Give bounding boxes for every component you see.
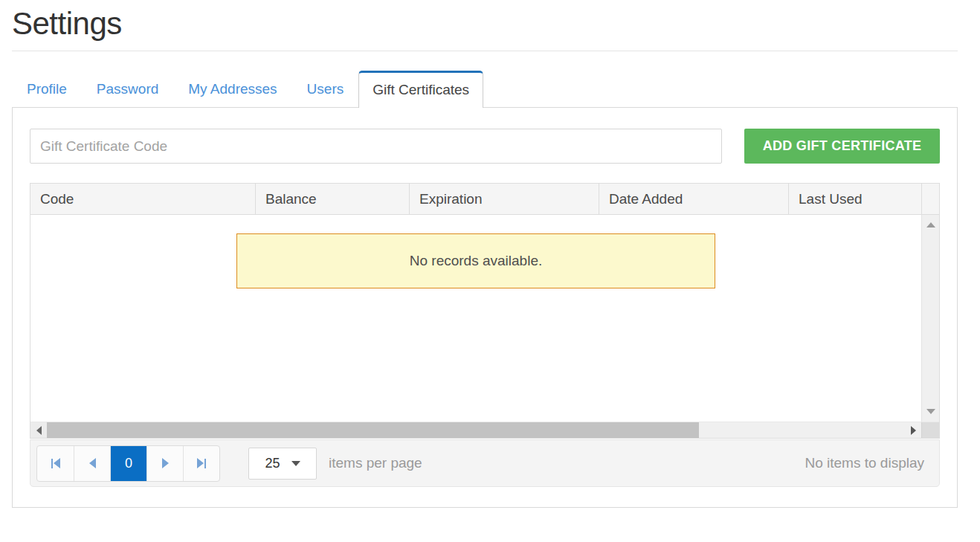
horizontal-scrollbar-track[interactable] (47, 422, 905, 438)
tab-users[interactable]: Users (292, 71, 359, 107)
grid-body: No records available. (30, 215, 939, 422)
next-page-icon (162, 458, 169, 468)
next-page-button[interactable] (146, 446, 183, 481)
first-page-icon (51, 459, 53, 468)
column-header-expiration[interactable]: Expiration (409, 184, 599, 214)
scroll-down-icon[interactable] (926, 409, 935, 414)
last-page-button[interactable] (183, 446, 219, 481)
no-records-message: No records available. (236, 233, 715, 288)
scroll-right-icon (911, 426, 916, 435)
tab-gift-certificates[interactable]: Gift Certificates (358, 71, 483, 108)
settings-page: Settings Profile Password My Addresses U… (12, 6, 958, 508)
scroll-up-icon[interactable] (926, 222, 935, 228)
horizontal-scrollbar[interactable] (30, 422, 939, 438)
scroll-left-button[interactable] (30, 422, 47, 438)
grid-pager: 0 25 items per page No items to display (30, 439, 940, 487)
grid-body-content: No records available. (30, 215, 921, 422)
vertical-scrollbar[interactable] (921, 215, 939, 422)
settings-tabs: Profile Password My Addresses Users Gift… (12, 71, 958, 107)
chevron-down-icon (291, 461, 300, 466)
page-size-value: 25 (265, 456, 280, 471)
grid-header-scrollbar-spacer (921, 184, 939, 214)
tab-my-addresses[interactable]: My Addresses (173, 71, 291, 107)
scroll-left-icon (36, 426, 42, 435)
pagination-buttons: 0 (36, 445, 220, 482)
scrollbar-corner (921, 422, 939, 438)
first-page-button[interactable] (37, 446, 74, 481)
previous-page-icon (89, 458, 96, 468)
pager-status-text: No items to display (805, 455, 924, 471)
grid-header-row: Code Balance Expiration Date Added Last … (30, 184, 939, 215)
gift-certificate-code-input[interactable] (30, 129, 722, 164)
column-header-balance[interactable]: Balance (255, 184, 409, 214)
last-page-icon (197, 458, 204, 468)
page-title: Settings (12, 6, 958, 42)
page-size-dropdown[interactable]: 25 (248, 448, 317, 480)
items-per-page-label: items per page (329, 455, 422, 471)
add-gift-certificate-form: ADD GIFT CERTIFICATE (30, 129, 940, 164)
add-gift-certificate-button[interactable]: ADD GIFT CERTIFICATE (744, 129, 940, 164)
gift-certificates-grid: Code Balance Expiration Date Added Last … (30, 183, 940, 439)
title-divider (12, 51, 958, 51)
current-page-button[interactable]: 0 (110, 446, 146, 481)
column-header-code[interactable]: Code (30, 184, 255, 214)
column-header-last-used[interactable]: Last Used (788, 184, 921, 214)
tab-gift-certificates-label: Gift Certificates (373, 82, 469, 98)
tab-password[interactable]: Password (82, 71, 173, 107)
scroll-right-button[interactable] (905, 422, 921, 438)
previous-page-button[interactable] (74, 446, 110, 481)
column-header-date-added[interactable]: Date Added (599, 184, 788, 214)
tab-profile[interactable]: Profile (12, 71, 82, 107)
gift-certificates-panel: ADD GIFT CERTIFICATE Code Balance Expira… (12, 107, 958, 508)
horizontal-scrollbar-thumb[interactable] (47, 422, 699, 438)
